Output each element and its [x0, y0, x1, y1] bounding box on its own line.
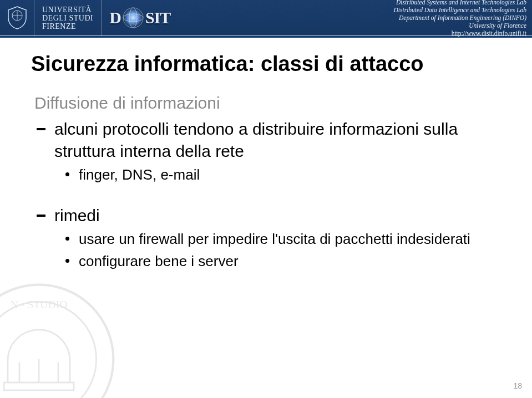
university-name: UNIVERSITÀ DEGLI STUDI FIRENZE [34, 0, 102, 35]
lab-line2: Distributed Data Intelligence and Techno… [394, 6, 526, 14]
uni-line2: DEGLI STUDI [42, 14, 93, 22]
bullet-list: alcuni protocolli tendono a distribuire … [34, 118, 513, 186]
slide-title: Sicurezza informatica: classi di attacco [31, 52, 513, 76]
bullet-list: rimedi usare un firewall per impedire l'… [34, 205, 513, 272]
slide-content: Sicurezza informatica: classi di attacco… [0, 38, 532, 272]
lab-line4: University of Florence [394, 22, 526, 29]
lab-line1: Distributed Systems and Internet Technol… [394, 0, 526, 6]
sub-bullet-text: usare un firewall per impedire l'uscita … [79, 231, 470, 247]
bullet-item: alcuni protocolli tendono a distribuire … [34, 118, 513, 186]
uni-line3: FIRENZE [42, 22, 93, 30]
globe-icon [120, 4, 146, 31]
university-crest [0, 0, 34, 35]
sub-bullet-item: configurare bene i server [63, 250, 513, 272]
watermark-seal: N • STUDIO [0, 282, 116, 398]
sub-bullet-text: finger, DNS, e-mail [79, 166, 200, 183]
svg-text:N • STUDIO: N • STUDIO [11, 299, 68, 310]
lab-info: Distributed Systems and Internet Technol… [394, 0, 526, 37]
page-number: 18 [513, 381, 522, 390]
bullet-text: alcuni protocolli tendono a distribuire … [54, 120, 458, 160]
sub-bullet-item: usare un firewall per impedire l'uscita … [63, 228, 513, 250]
lab-line3: Department of Information Engineering (D… [394, 14, 526, 22]
banner-left: UNIVERSITÀ DEGLI STUDI FIRENZE D [0, 0, 170, 35]
disit-logo: D SIT [102, 4, 170, 31]
slide-subheading: Diffusione di informazioni [34, 94, 513, 113]
lab-url: http://www.disit.dinfo.unifi.it [394, 29, 526, 37]
svg-rect-7 [4, 382, 74, 390]
uni-line1: UNIVERSITÀ [42, 6, 93, 14]
sub-bullet-item: finger, DNS, e-mail [63, 164, 513, 186]
sub-bullet-text: configurare bene i server [79, 253, 239, 269]
disit-pre: D [109, 8, 121, 27]
bullet-text: rimedi [54, 206, 100, 224]
disit-post: SIT [145, 8, 170, 27]
bullet-item: rimedi usare un firewall per impedire l'… [34, 205, 513, 272]
svg-point-6 [0, 302, 97, 398]
top-banner: UNIVERSITÀ DEGLI STUDI FIRENZE D [0, 0, 532, 35]
crest-icon [6, 6, 28, 30]
